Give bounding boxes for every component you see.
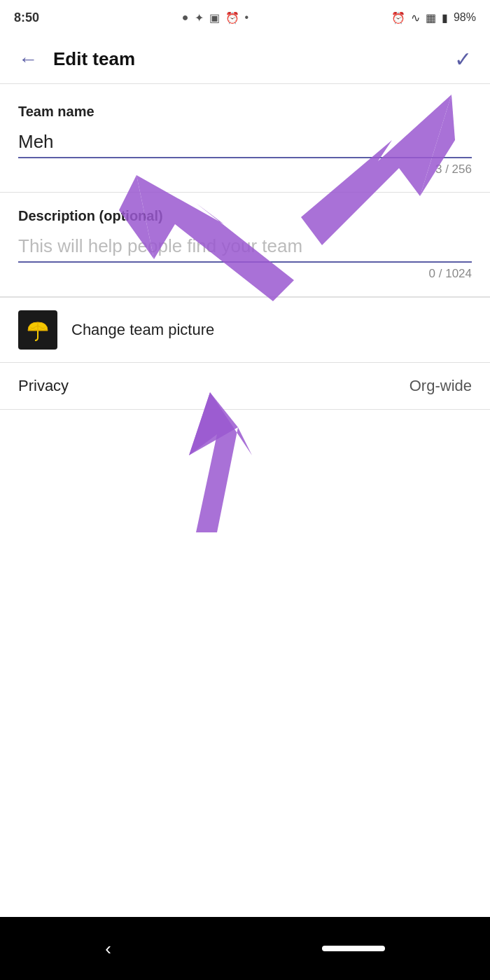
back-button[interactable]: ← xyxy=(13,43,43,76)
status-icons: ● ✦ ▣ ⏰ • xyxy=(182,11,248,25)
description-label: Description (optional) xyxy=(18,208,472,224)
team-thumbnail-inner xyxy=(18,310,57,350)
status-right: ⏰ ∿ ▦ ▮ 98% xyxy=(391,11,476,25)
app-bar: ← Edit team ✓ xyxy=(0,35,490,84)
signal-icon: ▦ xyxy=(426,11,436,25)
nav-bar: ‹ xyxy=(0,917,490,980)
change-picture-label: Change team picture xyxy=(71,321,214,339)
save-button[interactable]: ✓ xyxy=(449,41,477,77)
description-char-count: 0 / 1024 xyxy=(18,267,472,281)
team-name-char-count: 3 / 256 xyxy=(18,163,472,177)
change-picture-row[interactable]: Change team picture xyxy=(0,297,490,363)
wifi-icon: ∿ xyxy=(411,11,420,25)
description-section: Description (optional) 0 / 1024 xyxy=(0,193,490,281)
team-name-label: Team name xyxy=(18,104,472,120)
umbrella-icon xyxy=(23,315,52,345)
calendar-icon: ▣ xyxy=(209,11,220,25)
battery-icon: ▮ xyxy=(442,11,448,25)
privacy-value: Org-wide xyxy=(410,377,472,395)
alarm-icon: ⏰ xyxy=(225,11,239,25)
privacy-label: Privacy xyxy=(18,377,69,395)
team-name-input[interactable] xyxy=(18,127,472,158)
description-input[interactable] xyxy=(18,231,472,263)
dot-icon: • xyxy=(245,11,249,24)
team-name-section: Team name 3 / 256 xyxy=(0,84,490,177)
nav-back-icon[interactable]: ‹ xyxy=(105,938,111,960)
privacy-row[interactable]: Privacy Org-wide xyxy=(0,363,490,410)
nav-home-pill[interactable] xyxy=(322,946,385,951)
team-thumbnail xyxy=(18,310,57,350)
slack-icon: ✦ xyxy=(195,11,204,25)
facebook-icon: ● xyxy=(182,11,189,24)
alarm-right-icon: ⏰ xyxy=(391,11,405,25)
status-time: 8:50 xyxy=(14,11,39,25)
battery-percentage: 98% xyxy=(454,11,476,24)
page-title: Edit team xyxy=(53,48,449,70)
svg-marker-11 xyxy=(189,392,252,532)
status-bar: 8:50 ● ✦ ▣ ⏰ • ⏰ ∿ ▦ ▮ 98% xyxy=(0,0,490,35)
